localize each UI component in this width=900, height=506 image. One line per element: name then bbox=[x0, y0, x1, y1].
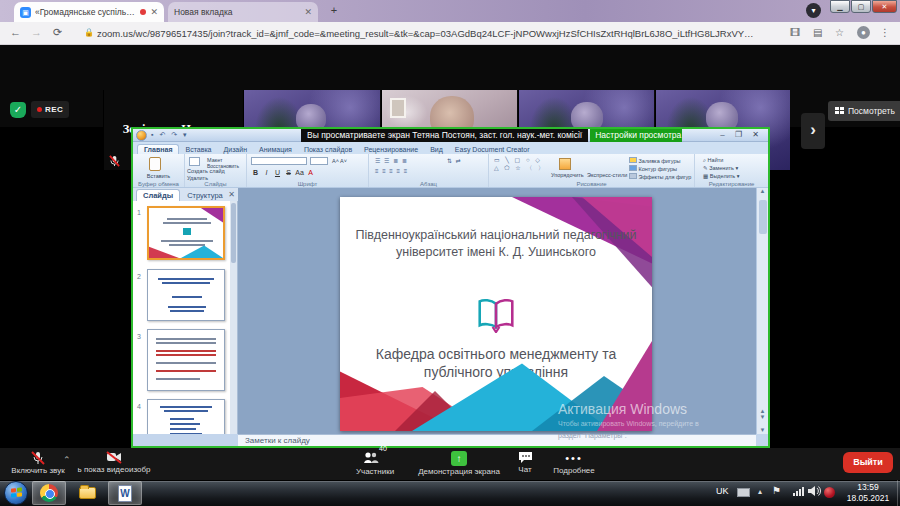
quick-access-toolbar[interactable]: ▪ ↶ ↷ ▾ bbox=[151, 131, 189, 139]
group-slides: Создать слайд Макет Восстановить Удалить… bbox=[185, 154, 247, 187]
bookmark-star-icon[interactable]: ☆ bbox=[835, 27, 844, 38]
shared-screen: ▪ ↶ ↷ ▾ – ❐ ✕ Вы просматриваете экран Те… bbox=[133, 129, 768, 446]
translate-icon[interactable]: ▤ bbox=[813, 27, 822, 38]
keyboard-icon[interactable] bbox=[737, 488, 750, 506]
slide-canvas[interactable]: Південноукраїнський національний педагог… bbox=[340, 197, 652, 431]
tab-insert[interactable]: Вставка bbox=[179, 145, 217, 154]
shadow-button[interactable]: Aa bbox=[295, 169, 304, 176]
align-buttons[interactable]: ≡ ≡ ≡ ≡ ≡ bbox=[375, 168, 408, 174]
paste-button[interactable]: Вставить bbox=[133, 173, 184, 179]
tab-view[interactable]: Вид bbox=[424, 145, 449, 154]
list-buttons[interactable]: ☰ ☰ ≣ ≣ bbox=[375, 157, 408, 164]
taskbar-chrome-button[interactable] bbox=[32, 481, 66, 505]
shapes-gallery[interactable]: ▭ ╲ ▢ ○ ◇ bbox=[494, 156, 542, 163]
group-label: Шрифт bbox=[247, 181, 368, 187]
tab-review[interactable]: Рецензирование bbox=[358, 145, 424, 154]
tab-design[interactable]: Дизайн bbox=[218, 145, 254, 154]
vertical-scrollbar[interactable]: ▲▲▼▼ bbox=[756, 188, 768, 434]
view-button[interactable]: Посмотреть bbox=[828, 101, 900, 121]
clock-time: 13:59 bbox=[840, 482, 896, 493]
pane-tab-outline[interactable]: Структура bbox=[181, 190, 229, 201]
slide-thumbnail[interactable] bbox=[147, 269, 225, 321]
reset-button[interactable]: Восстановить bbox=[207, 163, 239, 169]
slide-thumbnail[interactable] bbox=[147, 399, 225, 434]
notes-area[interactable]: Заметки к слайду bbox=[238, 434, 756, 446]
replace-button[interactable]: ✎ Заменить ▾ bbox=[703, 165, 738, 171]
office-button[interactable] bbox=[136, 130, 147, 141]
padlock-icon[interactable]: 🔒 bbox=[84, 28, 94, 37]
security-shield-icon[interactable]: ✓ bbox=[10, 102, 26, 118]
antivirus-tray-icon[interactable] bbox=[824, 487, 835, 506]
wall-frame bbox=[390, 98, 406, 118]
shape-outline-button[interactable]: Контур фигуры bbox=[629, 165, 677, 172]
slide-thumbnail[interactable] bbox=[147, 329, 225, 391]
quick-styles-button[interactable]: Экспресс-стили bbox=[587, 172, 627, 178]
more-button[interactable]: ••• Подробнее bbox=[548, 451, 600, 475]
start-button[interactable] bbox=[4, 481, 28, 505]
taskbar-explorer-button[interactable] bbox=[70, 481, 104, 505]
arrange-button[interactable]: Упорядочить bbox=[551, 172, 584, 178]
window-close-button[interactable]: ✕ bbox=[872, 0, 897, 13]
volume-icon[interactable] bbox=[808, 485, 821, 506]
chrome-icon bbox=[40, 484, 58, 502]
media-camera-icon[interactable]: 🎞 bbox=[790, 27, 800, 38]
arrange-icon[interactable] bbox=[559, 158, 571, 170]
window-maximize-button[interactable]: ▢ bbox=[851, 0, 871, 13]
tab-slideshow[interactable]: Показ слайдов bbox=[298, 145, 358, 154]
forward-icon[interactable]: → bbox=[31, 26, 42, 38]
grow-shrink-font[interactable]: A˄ A˅ bbox=[332, 158, 347, 164]
strikethrough-button[interactable]: S bbox=[284, 169, 293, 176]
tab-home[interactable]: Главная bbox=[137, 144, 179, 154]
group-editing: ⌕ Найти ✎ Заменить ▾ ▦ Выделить ▾ Редакт… bbox=[695, 154, 768, 187]
tab-easy-document-creator[interactable]: Easy Document Creator bbox=[449, 145, 536, 154]
underline-button[interactable]: U bbox=[273, 169, 282, 176]
italic-button[interactable]: I bbox=[262, 169, 271, 176]
outline-color-chip bbox=[629, 165, 637, 171]
slide-thumbnail[interactable] bbox=[147, 206, 225, 260]
taskbar-clock[interactable]: 13:59 18.05.2021 bbox=[840, 482, 896, 505]
reload-icon[interactable]: ⟳ bbox=[53, 26, 62, 39]
pane-tab-slides[interactable]: Слайды bbox=[136, 189, 180, 201]
select-button[interactable]: ▦ Выделить ▾ bbox=[703, 173, 739, 179]
leave-button[interactable]: Выйти bbox=[843, 452, 893, 473]
address-bar[interactable]: zoom.us/wc/98796517435/join?track_id=&jm… bbox=[97, 28, 757, 39]
bold-button[interactable]: B bbox=[251, 169, 260, 176]
pane-scrollbar[interactable] bbox=[230, 201, 237, 434]
shape-fill-button[interactable]: Заливка фигуры bbox=[629, 157, 681, 164]
gallery-grid-icon bbox=[835, 107, 844, 115]
ppt-window-controls[interactable]: – ❐ ✕ bbox=[720, 130, 763, 139]
font-color-button[interactable]: A bbox=[306, 169, 315, 176]
menu-dots-icon[interactable]: ⋮ bbox=[880, 27, 890, 38]
new-tab-button[interactable]: + bbox=[327, 4, 341, 18]
paste-icon[interactable] bbox=[149, 157, 161, 171]
participants-button[interactable]: 40 Участники bbox=[340, 451, 410, 476]
new-slide-icon[interactable] bbox=[189, 157, 200, 166]
shape-effects-button[interactable]: Эффекты для фигур bbox=[629, 173, 691, 180]
pane-close-icon[interactable]: ✕ bbox=[228, 190, 235, 199]
tab-animation[interactable]: Анимация bbox=[253, 145, 298, 154]
tab-close-icon[interactable]: ✕ bbox=[304, 7, 312, 17]
unmute-button[interactable]: Включить звук bbox=[8, 451, 68, 475]
shapes-gallery[interactable]: △ ⬠ ☆ 〈 〉 bbox=[494, 164, 546, 173]
window-minimize-button[interactable]: ▁ bbox=[830, 0, 850, 13]
language-indicator[interactable]: UK bbox=[716, 486, 729, 506]
next-participants-button[interactable]: › bbox=[801, 113, 825, 149]
start-video-button[interactable]: ь показ видеоизобр bbox=[70, 451, 158, 474]
tab-newtab[interactable]: Новая вкладка ✕ bbox=[168, 2, 318, 22]
profile-avatar[interactable]: ● bbox=[857, 26, 870, 39]
find-button[interactable]: ⌕ Найти bbox=[703, 157, 723, 164]
font-size-box[interactable] bbox=[310, 157, 328, 165]
back-icon[interactable]: ← bbox=[10, 26, 21, 38]
recording-dot-icon bbox=[140, 9, 146, 15]
tab-meeting[interactable]: ▣ «Громадянське суспільство: ✕ bbox=[14, 2, 164, 22]
tab-close-icon[interactable]: ✕ bbox=[150, 7, 158, 17]
view-settings-button[interactable]: Настройки просмотра bbox=[590, 129, 682, 142]
tab-overflow-button[interactable]: ▾ bbox=[806, 3, 821, 18]
chat-button[interactable]: Чат bbox=[506, 451, 544, 474]
text-direction-buttons[interactable]: ⇅ ⇄ bbox=[447, 157, 462, 164]
tray-expand-icon[interactable]: ▴ bbox=[758, 487, 762, 506]
taskbar-word-button[interactable]: W bbox=[108, 481, 142, 505]
font-name-box[interactable] bbox=[251, 157, 307, 165]
network-signal-icon[interactable] bbox=[793, 487, 804, 506]
share-screen-button[interactable]: ↑ Демонстрация экрана bbox=[413, 451, 505, 476]
